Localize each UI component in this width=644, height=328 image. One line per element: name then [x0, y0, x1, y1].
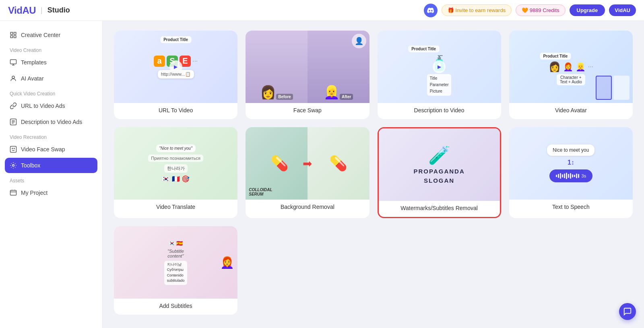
card-video-translate-label: Video Translate — [114, 200, 237, 216]
layout: Creative Center Video Creation Templates… — [0, 21, 644, 328]
upgrade-button[interactable]: Upgrade — [570, 4, 605, 16]
logo-area: VidAU | Studio — [8, 5, 70, 16]
video-face-swap-label: Video Face Swap — [21, 146, 65, 153]
svg-rect-9 — [10, 190, 17, 195]
char-text: Character +Text + Audio — [557, 74, 585, 85]
card-video-avatar-image: Product Title 👩 👩‍🦰 👱‍♀️ ··· Character +… — [509, 31, 633, 103]
propaganda-text-1: PROPAGANDA — [414, 167, 465, 175]
card-face-swap-label: Face Swap — [246, 103, 369, 119]
svg-rect-0 — [10, 32, 12, 34]
section-video-creation: Video Creation — [5, 43, 97, 55]
studio-label: Studio — [47, 6, 70, 14]
card-text-speech-image: Nice to meet you 1↕ — [509, 127, 633, 200]
card-text-speech-label: Text to Speech — [509, 200, 633, 216]
card-video-translate[interactable]: "Nice to meet you" Приятно познакомиться… — [114, 127, 237, 218]
svg-rect-4 — [10, 60, 17, 64]
card-background-removal-image: 💊 COLLOIDALSERUM 💊 ➡ — [246, 127, 369, 200]
toolbox-label: Toolbox — [21, 162, 40, 169]
card-video-translate-image: "Nice to meet you" Приятно познакомиться… — [114, 127, 237, 200]
card-watermarks-subtitles[interactable]: 🧪 PROPAGANDA SLOGAN Watermarks/Subtitles… — [378, 127, 501, 218]
main-content: Product Title a S E ··· http://www...📋 ▶… — [103, 21, 644, 328]
card-description-to-video-image: Product Title 🧴 TitleParameterPicture ▶ — [378, 31, 501, 103]
dropper-icon: 🧪 — [428, 145, 450, 166]
subtitle-text: 지나이냠СубтитрыContenidosubtitulado — [164, 261, 188, 285]
card-video-avatar[interactable]: Product Title 👩 👩‍🦰 👱‍♀️ ··· Character +… — [509, 31, 633, 119]
section-video-recreation: Video Recreation — [5, 130, 97, 142]
cards-row-1: Product Title a S E ··· http://www...📋 ▶… — [114, 31, 633, 119]
creative-center-label: Creative Center — [21, 32, 60, 38]
play-circle: ▶ — [169, 60, 182, 73]
svg-rect-1 — [14, 32, 16, 34]
face-circle-overlay: 👤 — [352, 34, 366, 48]
desc-product-title: Product Title — [408, 45, 439, 52]
lang-flags: 🇰🇷 🇫🇷 🎯 — [162, 175, 190, 183]
card-text-to-speech[interactable]: Nice to meet you 1↕ — [509, 127, 633, 218]
cards-row-3: 🇰🇷 🇪🇸 "Subtitlecontent" 지나이냠СубтитрыCont… — [114, 226, 633, 315]
card-description-to-video-label: Description to Video — [378, 103, 501, 119]
section-assets: Assets — [5, 174, 97, 185]
templates-label: Templates — [21, 59, 47, 66]
sidebar-item-creative-center[interactable]: Creative Center — [5, 27, 97, 43]
arrow-overlay: ➡ — [303, 157, 312, 170]
card-url-to-video-label: URL To Video — [114, 103, 237, 119]
sidebar-item-desc-video-ads[interactable]: Description to Video Ads — [5, 114, 97, 130]
card-url-to-video-image: Product Title a S E ··· http://www...📋 ▶ — [114, 31, 237, 103]
my-project-label: My Project — [21, 190, 47, 196]
card-face-swap-image: 👩 Before 👱‍♀️ After 👤 — [246, 31, 369, 103]
user-button[interactable]: VidAU — [609, 4, 636, 16]
url-video-ads-label: URL to Video Ads — [21, 103, 65, 109]
wave-bars — [556, 173, 579, 179]
before-section: 👩 Before — [246, 31, 308, 103]
sidebar-item-templates[interactable]: Templates — [5, 55, 97, 70]
sidebar-item-url-video-ads[interactable]: URL to Video Ads — [5, 98, 97, 113]
card-subtitles-label: Add Subtitles — [114, 299, 237, 315]
topbar: VidAU | Studio 🎁 Invite to earn rewards … — [0, 0, 644, 21]
sidebar-item-video-face-swap[interactable]: Video Face Swap — [5, 142, 97, 157]
audio-wave-bubble: 3s — [549, 169, 593, 182]
card-add-subtitles[interactable]: 🇰🇷 🇪🇸 "Subtitlecontent" 지나이냠СубтитрыCont… — [114, 226, 237, 315]
product-title-badge: Product Title — [160, 36, 191, 43]
logo-text: VidAU — [8, 5, 36, 16]
card-face-swap[interactable]: 👩 Before 👱‍♀️ After 👤 Face Swap — [246, 31, 369, 119]
card-background-removal[interactable]: 💊 COLLOIDALSERUM 💊 ➡ Background Removal — [246, 127, 369, 218]
credits-button[interactable]: 🧡 9889 Credits — [516, 4, 565, 16]
sidebar-item-toolbox[interactable]: Toolbox — [5, 158, 97, 173]
desc-play-circle: ▶ — [433, 60, 446, 73]
svg-rect-7 — [10, 146, 17, 153]
sidebar-item-ai-avatar[interactable]: AI Avatar — [5, 71, 97, 86]
card-watermarks-image: 🧪 PROPAGANDA SLOGAN — [379, 128, 500, 201]
propaganda-text-2: SLOGAN — [424, 177, 454, 185]
chat-fab[interactable] — [619, 303, 636, 320]
svg-rect-2 — [10, 36, 12, 38]
discord-button[interactable] — [424, 4, 438, 17]
desc-video-ads-label: Description to Video Ads — [21, 119, 82, 125]
sidebar: Creative Center Video Creation Templates… — [0, 21, 103, 328]
avatar-product-title: Product Title — [540, 53, 571, 60]
card-description-to-video[interactable]: Product Title 🧴 TitleParameterPicture ▶ … — [378, 31, 501, 119]
svg-point-5 — [12, 76, 14, 78]
topbar-right: 🎁 Invite to earn rewards 🧡 9889 Credits … — [424, 4, 636, 17]
card-watermarks-label: Watermarks/Subtitles Removal — [379, 201, 500, 217]
param-text: TitleParameterPicture — [427, 74, 452, 96]
svg-point-8 — [12, 165, 14, 167]
card-background-removal-label: Background Removal — [246, 200, 369, 216]
chat-bubble: Nice to meet you — [547, 144, 594, 156]
cards-row-2: "Nice to meet you" Приятно познакомиться… — [114, 127, 633, 218]
quote-bubble-en: "Nice to meet you" — [156, 144, 196, 152]
sidebar-item-my-project[interactable]: My Project — [5, 185, 97, 200]
ai-avatar-label: AI Avatar — [21, 75, 44, 82]
logo-divider: | — [41, 6, 43, 14]
card-subtitles-image: 🇰🇷 🇪🇸 "Subtitlecontent" 지나이냠СубтитрыCont… — [114, 226, 237, 299]
card-video-avatar-label: Video Avatar — [509, 103, 633, 119]
card-url-to-video[interactable]: Product Title a S E ··· http://www...📋 ▶… — [114, 31, 237, 119]
section-quick-video: Quick Video Creation — [5, 87, 97, 98]
invite-button[interactable]: 🎁 Invite to earn rewards — [442, 4, 512, 16]
svg-rect-3 — [14, 36, 16, 38]
